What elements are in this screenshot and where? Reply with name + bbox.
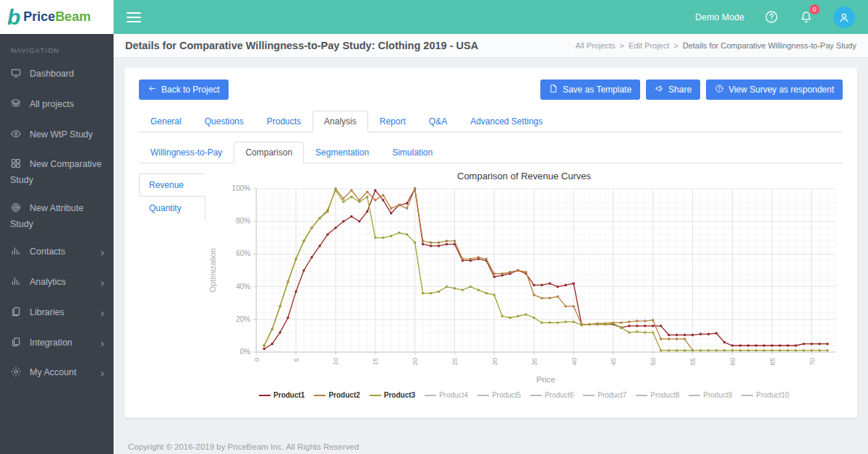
tab-advanced-settings[interactable]: Advanced Settings [459, 111, 554, 132]
target-icon [10, 202, 22, 218]
notifications-bell-icon[interactable]: 0 [799, 9, 814, 25]
sidebar-item-label: Contacts [30, 247, 65, 257]
svg-text:60%: 60% [236, 249, 250, 257]
sidebar-item-label: My Account [30, 367, 77, 377]
toolbar: Back to Project Save as TemplateShareVie… [139, 80, 843, 100]
sidebar-item-label: New WtP Study [30, 129, 93, 140]
tab-analysis[interactable]: Analysis [312, 111, 368, 132]
sidebar-item-all-projects[interactable]: All projects [0, 90, 114, 121]
tab-q-a[interactable]: Q&A [417, 111, 459, 132]
main-area: Details for Comparative Willingness-to-P… [114, 34, 868, 454]
sidebar-item-label: Integration [30, 338, 72, 348]
side-tab-quantity[interactable]: Quantity [139, 197, 205, 220]
legend-item-product6[interactable]: Product6 [530, 391, 574, 399]
sidebar-item-integration[interactable]: Integration› [0, 329, 114, 359]
breadcrumb-separator: > [620, 41, 624, 50]
svg-text:70: 70 [808, 358, 816, 366]
legend-dash-icon [370, 395, 381, 396]
svg-text:40: 40 [570, 358, 578, 366]
legend-item-product5[interactable]: Product5 [477, 391, 521, 399]
view-survey-as-respondent-button[interactable]: View Survey as respondent [706, 80, 843, 100]
pricebeam-logo[interactable]: b Price Beam [0, 0, 114, 34]
legend-item-product4[interactable]: Product4 [425, 391, 468, 399]
hamburger-menu-icon[interactable] [127, 9, 141, 25]
breadcrumb-separator: > [673, 41, 678, 50]
svg-text:10: 10 [331, 358, 339, 366]
sidebar-item-label: All projects [30, 99, 74, 109]
svg-text:25: 25 [451, 358, 459, 366]
gear-icon [10, 366, 22, 382]
copy-icon [10, 336, 22, 352]
sidebar-item-dashboard[interactable]: Dashboard [0, 60, 114, 90]
bar-chart-icon [10, 275, 22, 291]
analysis-subtabbar: Willingness-to-PayComparisonSegmentation… [139, 142, 843, 163]
legend-dash-icon [689, 395, 700, 396]
side-tab-revenue[interactable]: Revenue [139, 174, 205, 197]
legend-item-product8[interactable]: Product8 [636, 391, 679, 399]
chevron-right-icon: › [101, 365, 104, 382]
sidebar-item-libraries[interactable]: Libraries› [0, 299, 114, 329]
tab-general[interactable]: General [139, 111, 193, 132]
tab-report[interactable]: Report [368, 111, 417, 132]
legend-item-product7[interactable]: Product7 [583, 391, 626, 399]
toolbar-right: Save as TemplateShareView Survey as resp… [540, 80, 843, 100]
sidebar-item-contacts[interactable]: Contacts› [0, 238, 114, 268]
layers-icon [10, 98, 22, 113]
subtab-simulation[interactable]: Simulation [380, 142, 444, 163]
svg-text:60: 60 [728, 358, 736, 366]
back-to-project-button[interactable]: Back to Project [139, 80, 229, 100]
chevron-right-icon: › [101, 305, 104, 322]
brand-second: Beam [55, 9, 90, 25]
chevron-right-icon: › [101, 335, 104, 352]
svg-text:20%: 20% [236, 315, 250, 323]
svg-text:65: 65 [768, 358, 776, 366]
breadcrumb-item: Details for Comparative Willingness-to-P… [683, 41, 856, 50]
subtab-willingness-to-pay[interactable]: Willingness-to-Pay [139, 142, 234, 163]
svg-text:20: 20 [411, 358, 419, 366]
legend-dash-icon [425, 395, 436, 396]
share-button[interactable]: Share [646, 80, 700, 100]
breadcrumb-item[interactable]: All Projects [576, 41, 616, 50]
sidebar: b Price Beam NAVIGATION DashboardAll pro… [0, 0, 114, 454]
sidebar-item-new-comparative-study[interactable]: New Comparative Study [0, 150, 114, 194]
navigation-section-label: NAVIGATION [0, 34, 114, 60]
brand-first: Price [23, 9, 55, 25]
legend-item-product3[interactable]: Product3 [370, 391, 415, 399]
tab-products[interactable]: Products [255, 111, 312, 132]
legend-item-product1[interactable]: Product1 [259, 391, 305, 399]
question-circle-icon [715, 84, 724, 95]
notification-count-badge: 0 [809, 4, 820, 14]
legend-item-product2[interactable]: Product2 [314, 391, 359, 399]
grid-icon [10, 158, 22, 174]
svg-text:40%: 40% [236, 283, 250, 291]
legend-dash-icon [477, 395, 489, 396]
user-avatar[interactable] [833, 7, 855, 28]
sidebar-item-new-attribute-study[interactable]: New Attribute Study [0, 194, 114, 239]
subtab-segmentation[interactable]: Segmentation [304, 142, 380, 163]
legend-item-product9[interactable]: Product9 [689, 391, 732, 399]
back-arrow-icon [148, 84, 157, 95]
chevron-right-icon: › [101, 244, 104, 261]
svg-text:100%: 100% [232, 184, 251, 192]
tab-questions[interactable]: Questions [193, 111, 255, 132]
breadcrumb-item[interactable]: Edit Project [629, 41, 669, 50]
svg-text:Price: Price [536, 375, 555, 384]
metric-side-tabs: RevenueQuantity [139, 174, 205, 220]
subtab-comparison[interactable]: Comparison [234, 142, 304, 163]
legend-dash-icon [259, 395, 271, 396]
header-right: Demo Mode 0 [695, 7, 855, 28]
sidebar-item-label: Libraries [30, 307, 64, 317]
legend-item-product10[interactable]: Product10 [741, 391, 789, 399]
footer-copyright: Copyright © 2016-2019 by PriceBeam Inc. … [124, 442, 857, 451]
svg-text:15: 15 [371, 358, 379, 366]
sidebar-item-new-wtp-study[interactable]: New WtP Study [0, 121, 114, 151]
save-as-template-button[interactable]: Save as Template [540, 80, 640, 100]
top-header: Demo Mode 0 [114, 0, 868, 34]
legend-dash-icon [530, 395, 542, 396]
page-header-band: Details for Comparative Willingness-to-P… [114, 34, 868, 58]
help-icon[interactable] [764, 9, 779, 25]
svg-text:35: 35 [530, 358, 538, 366]
sidebar-item-analytics[interactable]: Analytics› [0, 268, 114, 299]
file-icon [549, 84, 558, 95]
sidebar-item-my-account[interactable]: My Account› [0, 359, 114, 389]
